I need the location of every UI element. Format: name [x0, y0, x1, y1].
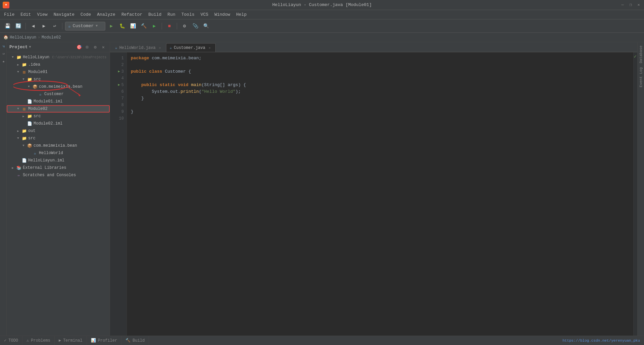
tree-label-helloworld: HelloWorld	[39, 151, 63, 155]
tree-item-src2[interactable]: ▶ 📁 src	[7, 113, 110, 120]
tree-item-module02-iml[interactable]: ▶ 📄 Module02.iml	[7, 120, 110, 127]
profile-button[interactable]: 📊	[128, 21, 138, 31]
event-log-panel-label[interactable]: Event Log	[639, 65, 643, 89]
tree-item-helloliayun-iml[interactable]: ▶ 📄 HelloLiayun.iml	[7, 157, 110, 164]
breadcrumb: 🏠 HelloLiayun › Module02	[0, 33, 644, 42]
tree-item-out[interactable]: ▶ 📁 out	[7, 127, 110, 135]
bottom-tab-build[interactable]: 🔨 Build	[121, 336, 149, 345]
tree-label-ext-libs: External Libraries	[23, 165, 66, 170]
code-area[interactable]: package com.meimeixia.bean; public class…	[127, 52, 633, 336]
menu-code[interactable]: Code	[78, 11, 94, 18]
breadcrumb-project[interactable]: HelloLiayun	[10, 35, 36, 40]
tree-item-idea[interactable]: ▶ 📁 .idea	[7, 61, 110, 68]
menu-help[interactable]: Help	[233, 11, 249, 18]
tree-item-src-root[interactable]: ▼ 📁 src	[7, 135, 110, 142]
bottom-tab-problems[interactable]: ⚠ Problems	[22, 336, 55, 345]
project-sidebar-icon[interactable]: P	[0, 44, 6, 50]
tree-path-helloliayun: C:\Users\32120\IdeaProjects	[52, 56, 106, 59]
toolbar-separator-3	[162, 23, 162, 29]
menu-vcs[interactable]: VCS	[198, 11, 211, 18]
run-config-icon: ☕	[68, 23, 71, 29]
run-config-dropdown[interactable]: ☕ Customer ▼	[65, 22, 105, 30]
editor-content[interactable]: 1 2 ▶3 4 ▶5 6 7 8 9 10 package com.meime…	[110, 52, 637, 336]
favorites-sidebar-icon[interactable]: ★	[0, 58, 6, 64]
bottom-tab-terminal[interactable]: ▶ Terminal	[55, 336, 87, 345]
bottom-tab-profiler[interactable]: 📊 Profiler	[87, 336, 122, 345]
tab-helloworld-close[interactable]: ✕	[158, 46, 162, 50]
menu-analyze[interactable]: Analyze	[94, 11, 118, 18]
pkg-name: com.meimeixia.bean	[152, 55, 199, 62]
tree-item-module01-iml[interactable]: ▶ 📄 Module01.iml	[7, 98, 110, 105]
tree-item-pkg2[interactable]: ▼ 📦 com.meimeixia.bean	[7, 142, 110, 149]
tree-item-ext-libs[interactable]: ▶ 📚 External Libraries	[7, 164, 110, 171]
tree-item-module02[interactable]: ▼ ▤ Module02	[7, 105, 110, 113]
run-coverage-button[interactable]: ▶	[150, 21, 159, 31]
profiler-label: Profiler	[98, 338, 117, 343]
todo-icon: ✓	[4, 338, 6, 343]
tree-item-helloliayun[interactable]: ▼ 📁 HelloLiayun C:\Users\32120\IdeaProje…	[7, 54, 110, 61]
arrow-src1: ▼	[21, 77, 25, 81]
run-arrow-3: ▶	[118, 68, 121, 75]
collapse-all-button[interactable]: ⊟	[84, 44, 91, 51]
panel-settings-button[interactable]: ⚙	[92, 44, 99, 51]
menu-tools[interactable]: Tools	[179, 11, 197, 18]
search-button[interactable]: 🔍	[201, 21, 211, 31]
arrow-helloliayun: ▼	[11, 55, 15, 59]
tab-bar: ☕ HelloWorld.java ✕ ☕ Customer.java ✕	[110, 42, 637, 52]
iml-icon-module01: 📄	[27, 99, 32, 104]
system-out: System	[152, 88, 167, 95]
tree-item-scratches[interactable]: ▶ ✏ Scratches and Consoles	[7, 171, 110, 179]
forward-button[interactable]: ▶	[39, 21, 49, 31]
tree-item-customer[interactable]: ▶ ☕ Customer	[7, 90, 110, 98]
tree-item-pkg1[interactable]: ▼ 📦 com.meimeixia.bean	[7, 83, 110, 90]
locate-file-button[interactable]: 🎯	[75, 44, 83, 51]
close-button[interactable]: ✕	[636, 2, 641, 8]
menu-refactor[interactable]: Refactor	[119, 11, 145, 18]
tree-item-src1[interactable]: ▼ 📁 src	[7, 76, 110, 83]
arrow-src-root: ▼	[16, 136, 20, 140]
tab-helloworld[interactable]: ☕ HelloWorld.java ✕	[111, 43, 166, 52]
profiler-icon: 📊	[91, 338, 96, 343]
tree-item-module01[interactable]: ▼ ▤ Module01	[7, 68, 110, 76]
menu-view[interactable]: View	[34, 11, 50, 18]
folder-icon-src2: 📁	[27, 114, 32, 119]
menu-navigate[interactable]: Navigate	[51, 11, 77, 18]
minimize-button[interactable]: —	[620, 2, 625, 8]
structure-sidebar-icon[interactable]: S	[0, 51, 6, 57]
bottom-tab-todo[interactable]: ✓ TODO	[0, 336, 22, 345]
save-all-button[interactable]: 💾	[3, 21, 12, 31]
menu-file[interactable]: File	[1, 11, 17, 18]
build-label: Build	[132, 338, 145, 343]
database-panel-label[interactable]: Database	[639, 44, 643, 65]
debug-button[interactable]: 🐛	[117, 21, 127, 31]
title-bar-controls[interactable]: — ❐ ✕	[620, 2, 641, 8]
maximize-button[interactable]: ❐	[628, 2, 633, 8]
tab-customer[interactable]: ☕ Customer.java ✕	[166, 43, 216, 52]
undo-button[interactable]: ↩	[50, 21, 59, 31]
menu-build[interactable]: Build	[146, 11, 164, 18]
stop-button[interactable]: ■	[165, 21, 174, 31]
module-icon-01: ▤	[21, 69, 27, 75]
run-button[interactable]: ▶	[107, 21, 116, 31]
breadcrumb-module[interactable]: Module02	[42, 35, 61, 40]
menu-window[interactable]: Window	[212, 11, 233, 18]
tab-customer-close[interactable]: ✕	[207, 46, 212, 50]
menu-edit[interactable]: Edit	[18, 11, 34, 18]
iml-icon-module02: 📄	[27, 121, 32, 126]
back-button[interactable]: ◀	[29, 21, 38, 31]
settings-button[interactable]: ⚙	[180, 21, 189, 31]
problems-label: Problems	[31, 338, 50, 343]
build-button[interactable]: 🔨	[139, 21, 148, 31]
menu-run[interactable]: Run	[165, 11, 178, 18]
attach-button[interactable]: 📎	[191, 21, 200, 31]
tree-item-helloworld[interactable]: ▶ ☕ HelloWorld	[7, 149, 110, 157]
line-num-8: 8	[110, 102, 126, 109]
tree-label-src1: src	[34, 77, 41, 82]
kw-void: void	[178, 82, 191, 88]
type-string: String	[204, 82, 220, 88]
panel-close-button[interactable]: ✕	[100, 44, 107, 51]
toolbar-separator-2	[62, 23, 62, 29]
synchronize-button[interactable]: 🔄	[13, 21, 23, 31]
code-line-3: public class Customer {	[127, 68, 633, 75]
code-line-7: }	[127, 95, 633, 102]
